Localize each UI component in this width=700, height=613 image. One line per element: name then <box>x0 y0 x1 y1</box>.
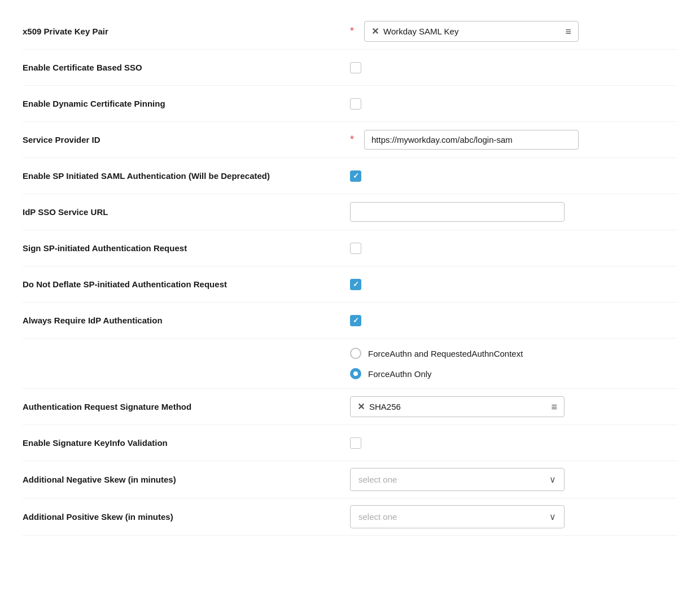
label-keyinfo: Enable Signature KeyInfo Validation <box>23 438 350 448</box>
form-row-sign_sp: Sign SP-initiated Authentication Request <box>23 230 677 266</box>
textinput-sp_id[interactable] <box>364 130 579 150</box>
label-sign_sp: Sign SP-initiated Authentication Request <box>23 243 350 253</box>
radio-label-forceauthn_context: ForceAuthn and RequestedAuthnContext <box>368 349 523 358</box>
form-row-sp_saml: Enable SP Initiated SAML Authentication … <box>23 158 677 194</box>
radio-option-forceauthn_only[interactable]: ForceAuthn Only <box>350 368 523 379</box>
form-row-keyinfo: Enable Signature KeyInfo Validation <box>23 425 677 461</box>
control-area-radio_group: ForceAuthn and RequestedAuthnContextForc… <box>350 348 677 379</box>
control-area-sp_saml <box>350 170 677 182</box>
checkbox-wrap-sp_saml <box>350 170 361 182</box>
control-area-sign_sp <box>350 243 677 254</box>
label-pos_skew: Additional Positive Skew (in minutes) <box>23 512 350 522</box>
form-row-cert_sso: Enable Certificate Based SSO <box>23 50 677 86</box>
label-sp_id: Service Provider ID <box>23 135 350 145</box>
textinput-idp_sso_url[interactable] <box>350 202 565 222</box>
form-row-sp_id: Service Provider ID* <box>23 122 677 158</box>
combobox-auth_sig_method[interactable]: ✕SHA256≡ <box>350 396 565 417</box>
control-area-cert_sso <box>350 62 677 73</box>
checkbox-wrap-keyinfo <box>350 437 361 449</box>
form-row-pos_skew: Additional Positive Skew (in minutes)sel… <box>23 498 677 536</box>
combobox-clear-x509[interactable]: ✕ <box>371 26 379 37</box>
select-pos_skew[interactable]: select one∨ <box>350 505 565 528</box>
combobox-inner-auth_sig_method: ✕SHA256 <box>357 401 401 412</box>
checkbox-wrap-sign_sp <box>350 243 361 254</box>
control-area-deflate <box>350 279 677 290</box>
combobox-list-icon-auth_sig_method[interactable]: ≡ <box>551 402 557 412</box>
radio-circle-forceauthn_only <box>350 368 361 379</box>
chevron-down-icon-pos_skew: ∨ <box>549 511 556 522</box>
label-cert_sso: Enable Certificate Based SSO <box>23 63 350 72</box>
checkbox-wrap-always_idp <box>350 315 361 326</box>
combobox-clear-auth_sig_method[interactable]: ✕ <box>357 401 365 412</box>
checkbox-wrap-cert_sso <box>350 62 361 73</box>
label-idp_sso_url: IdP SSO Service URL <box>23 207 350 217</box>
radio-option-forceauthn_context[interactable]: ForceAuthn and RequestedAuthnContext <box>350 348 523 359</box>
form-row-x509: x509 Private Key Pair*✕Workday SAML Key≡ <box>23 14 677 50</box>
control-area-x509: *✕Workday SAML Key≡ <box>350 21 677 42</box>
required-star-sp_id: * <box>350 134 354 146</box>
checkbox-cert_sso[interactable] <box>350 62 361 73</box>
checkbox-dynamic_cert[interactable] <box>350 98 361 110</box>
checkbox-wrap-deflate <box>350 279 361 290</box>
checkbox-always_idp[interactable] <box>350 315 361 326</box>
form-row-deflate: Do Not Deflate SP-initiated Authenticati… <box>23 266 677 303</box>
control-area-dynamic_cert <box>350 98 677 110</box>
label-dynamic_cert: Enable Dynamic Certificate Pinning <box>23 99 350 108</box>
combobox-x509[interactable]: ✕Workday SAML Key≡ <box>364 21 579 42</box>
radio-label-forceauthn_only: ForceAuthn Only <box>368 369 432 379</box>
form-row-neg_skew: Additional Negative Skew (in minutes)sel… <box>23 461 677 498</box>
combobox-list-icon-x509[interactable]: ≡ <box>566 27 572 37</box>
radio-group-radio_group: ForceAuthn and RequestedAuthnContextForc… <box>350 348 523 379</box>
control-area-auth_sig_method: ✕SHA256≡ <box>350 396 677 417</box>
checkbox-sign_sp[interactable] <box>350 243 361 254</box>
label-auth_sig_method: Authentication Request Signature Method <box>23 402 350 411</box>
checkbox-keyinfo[interactable] <box>350 437 361 449</box>
label-deflate: Do Not Deflate SP-initiated Authenticati… <box>23 279 350 289</box>
form-container: x509 Private Key Pair*✕Workday SAML Key≡… <box>0 0 700 549</box>
control-area-neg_skew: select one∨ <box>350 468 677 491</box>
combobox-inner-x509: ✕Workday SAML Key <box>371 26 458 37</box>
select-placeholder-neg_skew: select one <box>358 475 397 484</box>
select-placeholder-pos_skew: select one <box>358 512 397 522</box>
form-row-radio_group: ForceAuthn and RequestedAuthnContextForc… <box>23 339 677 389</box>
form-row-always_idp: Always Require IdP Authentication <box>23 303 677 339</box>
label-always_idp: Always Require IdP Authentication <box>23 316 350 325</box>
combobox-value-x509: Workday SAML Key <box>383 27 458 36</box>
checkbox-wrap-dynamic_cert <box>350 98 361 110</box>
form-row-idp_sso_url: IdP SSO Service URL <box>23 194 677 230</box>
control-area-always_idp <box>350 315 677 326</box>
radio-circle-forceauthn_context <box>350 348 361 359</box>
combobox-value-auth_sig_method: SHA256 <box>369 402 401 411</box>
checkbox-deflate[interactable] <box>350 279 361 290</box>
label-neg_skew: Additional Negative Skew (in minutes) <box>23 475 350 484</box>
control-area-idp_sso_url <box>350 202 677 222</box>
control-area-sp_id: * <box>350 130 677 150</box>
label-sp_saml: Enable SP Initiated SAML Authentication … <box>23 171 350 181</box>
form-row-auth_sig_method: Authentication Request Signature Method✕… <box>23 389 677 425</box>
control-area-keyinfo <box>350 437 677 449</box>
chevron-down-icon-neg_skew: ∨ <box>549 474 556 485</box>
checkbox-sp_saml[interactable] <box>350 170 361 182</box>
select-neg_skew[interactable]: select one∨ <box>350 468 565 491</box>
control-area-pos_skew: select one∨ <box>350 505 677 528</box>
form-row-dynamic_cert: Enable Dynamic Certificate Pinning <box>23 86 677 122</box>
label-x509: x509 Private Key Pair <box>23 27 350 36</box>
required-star-x509: * <box>350 25 354 37</box>
